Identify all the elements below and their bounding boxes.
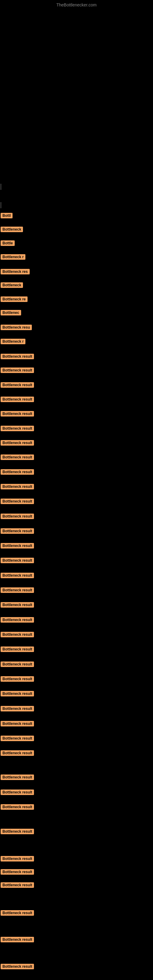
badge-container: Bottleneck result [1,543,34,550]
bottleneck-result-badge: Bottleneck result [1,856,34,861]
badge-container: Bottleneck result [1,587,34,594]
badge-container: Bottleneck result [1,354,34,360]
bottleneck-result-badge: Bottleneck result [1,396,34,402]
bottleneck-result-badge: Bottleneck result [1,676,34,682]
bottleneck-result-badge: Bottleneck result [1,617,34,623]
bottleneck-result-badge: Bottleneck result [1,910,34,916]
bottleneck-result-badge: Bottleneck result [1,368,34,373]
badge-container: Bottleneck result [1,528,34,535]
badge-container: Bottleneck result [1,440,34,447]
bottleneck-result-badge: Bottleneck res [1,269,30,274]
badge-container: Bottleneck result [1,617,34,624]
bottleneck-result-badge: Bottleneck result [1,543,34,549]
badge-container: Bottleneck result [1,910,34,917]
badge-container: Bottleneck result [1,499,34,505]
badge-container: Bottleneck result [1,411,34,418]
badge-container: Bottleneck result [1,721,34,728]
badge-container: Bottle [1,240,15,247]
badge-container: Bottleneck re [1,296,27,303]
bottleneck-result-badge: Bottleneck result [1,426,34,431]
bottleneck-result-badge: Bottleneck result [1,528,34,534]
bottleneck-result-badge: Bottleneck result [1,789,34,795]
badge-container: Bottleneck [1,282,23,289]
badge-container: Bottleneck result [1,484,34,491]
badge-container: Bottleneck result [1,573,34,579]
bottleneck-result-badge: Bottleneck result [1,706,34,711]
bottleneck-result-badge: Bottleneck result [1,382,34,388]
bottleneck-result-badge: Bottleneck re [1,296,27,302]
bottleneck-result-badge: Bottleneck result [1,484,34,489]
bottleneck-result-badge: Bottleneck result [1,736,34,741]
badge-container: Bottleneck result [1,882,34,889]
badge-container: Bottleneck [1,227,23,233]
badge-container: Bottleneck result [1,426,34,433]
bottleneck-result-badge: Bottle [1,240,15,246]
badge-container: Bottleneck result [1,937,34,943]
badge-container: Bottl [1,213,13,220]
bottleneck-result-badge: Bottleneck result [1,632,34,637]
bottleneck-result-badge: Bottleneck result [1,587,34,593]
bottleneck-result-badge: Bottleneck result [1,411,34,417]
badge-container: Bottleneck result [1,632,34,638]
site-title: TheBottlenecker.com [56,2,97,7]
badge-container: Bottleneck result [1,676,34,683]
bottleneck-result-badge: Bottleneck result [1,558,34,563]
badge-container: Bottleneck result [1,775,34,781]
bottleneck-result-badge: Bottleneck result [1,804,34,810]
bottleneck-result-badge: Bottleneck result [1,775,34,780]
bottleneck-result-badge: Bottleneck [1,282,23,288]
badge-container: Bottleneck result [1,856,34,863]
bottleneck-result-badge: Bottleneck result [1,829,34,834]
badge-container: Bottleneck result [1,869,34,876]
cursor-line [1,202,1,208]
badge-container: Bottleneck res [1,269,30,275]
badge-container: Bottleneck r [1,339,26,345]
badge-container: Bottleneck result [1,736,34,742]
badge-container: Bottleneck result [1,382,34,389]
badge-container: Bottleneck result [1,804,34,811]
bottleneck-result-badge: Bottleneck result [1,469,34,475]
badge-container: Bottleneck result [1,514,34,520]
bottleneck-result-badge: Bottleneck result [1,499,34,504]
bottleneck-result-badge: Bottleneck result [1,354,34,359]
badge-container: Bottlenec [1,310,21,317]
badge-container: Bottleneck result [1,396,34,403]
bottleneck-result-badge: Bottleneck r [1,254,26,260]
badge-container: Bottleneck result [1,789,34,796]
bottleneck-result-badge: Bottleneck result [1,882,34,888]
bottleneck-result-badge: Bottleneck result [1,514,34,519]
badge-container: Bottleneck result [1,829,34,835]
badge-container: Bottleneck result [1,646,34,653]
bottleneck-result-badge: Bottleneck result [1,573,34,578]
cursor-line [1,184,1,190]
bottleneck-result-badge: Bottleneck result [1,455,34,460]
bottleneck-result-badge: Bottlenec [1,310,21,315]
badge-container: Bottleneck result [1,964,34,970]
bottleneck-result-badge: Bottleneck result [1,602,34,608]
bottleneck-result-badge: Bottleneck result [1,721,34,726]
badge-container: Bottleneck result [1,706,34,713]
badge-container: Bottleneck result [1,602,34,609]
bottleneck-result-badge: Bottleneck result [1,937,34,942]
badge-container: Bottleneck result [1,368,34,374]
badge-container: Bottleneck result [1,455,34,461]
bottleneck-result-badge: Bottleneck result [1,662,34,667]
bottleneck-result-badge: Bottleneck resu [1,325,32,330]
bottleneck-result-badge: Bottleneck result [1,691,34,697]
badge-container: Bottleneck r [1,254,26,261]
bottleneck-result-badge: Bottleneck [1,227,23,232]
bottleneck-result-badge: Bottleneck result [1,646,34,652]
bottleneck-result-badge: Bottl [1,213,13,218]
badge-container: Bottleneck result [1,750,34,757]
badge-container: Bottleneck resu [1,325,32,331]
bottleneck-result-badge: Bottleneck r [1,339,26,344]
bottleneck-result-badge: Bottleneck result [1,964,34,969]
bottleneck-result-badge: Bottleneck result [1,750,34,756]
bottleneck-result-badge: Bottleneck result [1,869,34,875]
badge-container: Bottleneck result [1,558,34,565]
badge-container: Bottleneck result [1,662,34,668]
badge-container: Bottleneck result [1,469,34,476]
bottleneck-result-badge: Bottleneck result [1,440,34,445]
badge-container: Bottleneck result [1,691,34,698]
